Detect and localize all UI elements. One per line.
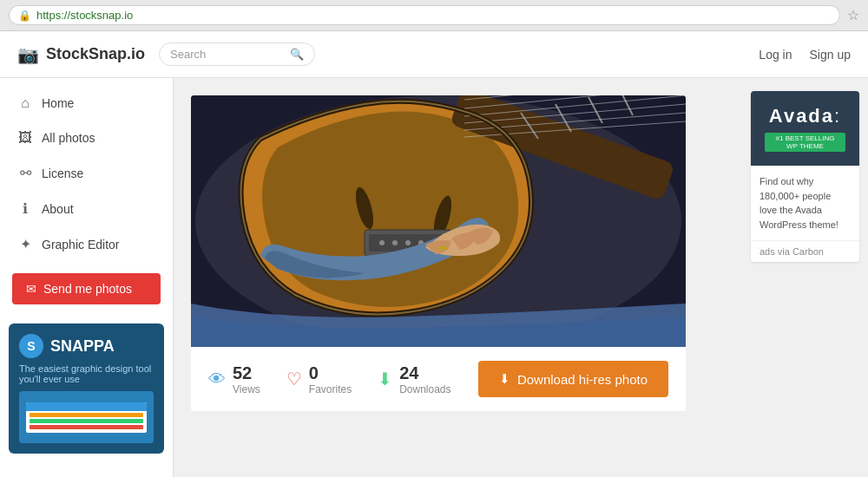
sidebar-item-about[interactable]: ℹ About [0,192,173,225]
snappa-screenshot [19,391,154,443]
avada-ad[interactable]: Avada: #1 BEST SELLING WP THEME Find out… [751,91,859,262]
downloads-count: 24 [399,363,418,382]
url-text: https://stocksnap.io [36,9,133,22]
views-stat: 👁 52 Views [208,363,260,395]
avada-carbon-link[interactable]: ads via Carbon [751,240,859,262]
svg-point-17 [379,240,385,245]
sidebar-item-all-photos[interactable]: 🖼 All photos [0,121,173,154]
license-icon: ⚯ [17,165,33,181]
svg-point-18 [392,240,398,245]
camera-icon: 📷 [17,44,39,65]
photos-icon: 🖼 [17,130,33,146]
sidebar-item-label: All photos [42,131,95,145]
avada-ad-header: Avada: #1 BEST SELLING WP THEME [751,91,859,166]
email-icon: ✉ [26,282,36,296]
download-count-icon: ⬇ [378,369,392,389]
address-bar[interactable]: 🔒 https://stocksnap.io [9,5,840,25]
sidebar-item-label: Home [42,96,74,110]
avada-body: Find out why 180,000+ people love the Av… [751,166,859,240]
snappa-header: S SNAPPA [19,334,154,358]
content-area: 👁 52 Views ♡ 0 Favorites ⬇ 2 [174,78,742,477]
sidebar-item-license[interactable]: ⚯ License [0,156,173,190]
header-auth: Log in Sign up [759,48,851,62]
views-label: Views [233,383,260,395]
right-column: Avada: #1 BEST SELLING WP THEME Find out… [742,78,868,477]
snappa-logo: S [19,334,43,358]
snappa-tagline: The easiest graphic design tool you'll e… [19,363,154,384]
photo-container: 👁 52 Views ♡ 0 Favorites ⬇ 2 [191,95,686,411]
stats-row: 👁 52 Views ♡ 0 Favorites ⬇ 2 [191,347,686,411]
site-header: 📷 StockSnap.io Search 🔍 Log in Sign up [0,31,868,78]
avada-description: Find out why 180,000+ people love the Av… [760,174,851,232]
sidebar-item-label: Graphic Editor [42,238,119,252]
download-label: Download hi-res photo [517,372,648,387]
logo-text: StockSnap.io [46,45,145,63]
favorites-label: Favorites [309,383,352,395]
snappa-name: SNAPPA [50,337,115,356]
info-icon: ℹ [17,200,33,217]
sidebar-item-home[interactable]: ⌂ Home [0,87,173,120]
send-photos-label: Send me photos [43,282,132,296]
search-box[interactable]: Search 🔍 [159,42,315,66]
browser-bar: 🔒 https://stocksnap.io ☆ [0,0,868,31]
svg-point-19 [405,240,411,245]
star-icon: ✦ [17,236,33,252]
svg-rect-23 [438,246,447,250]
favorites-stat: ♡ 0 Favorites [286,363,352,395]
eye-icon: 👁 [208,369,226,389]
home-icon: ⌂ [17,95,33,111]
lock-icon: 🔒 [18,10,31,22]
avada-title: Avada: [765,105,845,127]
bookmark-button[interactable]: ☆ [847,7,859,23]
search-placeholder: Search [170,48,206,61]
search-icon: 🔍 [290,48,304,61]
sidebar-item-label: License [42,167,83,180]
sidebar-item-label: About [42,202,74,216]
main-layout: ⌂ Home 🖼 All photos ⚯ License ℹ About ✦ … [0,78,868,477]
sidebar: ⌂ Home 🖼 All photos ⚯ License ℹ About ✦ … [0,78,174,477]
logo[interactable]: 📷 StockSnap.io [17,44,145,65]
signup-link[interactable]: Sign up [810,48,851,62]
favorites-count: 0 [309,363,319,382]
downloads-label: Downloads [399,383,450,395]
views-count: 52 [233,363,252,382]
send-photos-button[interactable]: ✉ Send me photos [12,273,161,304]
login-link[interactable]: Log in [759,48,792,62]
download-button[interactable]: ⬇ Download hi-res photo [478,361,668,397]
avada-badge: #1 BEST SELLING WP THEME [765,133,845,152]
download-icon: ⬇ [499,371,510,387]
heart-icon: ♡ [286,369,302,389]
guitar-photo [191,95,686,347]
snappa-ad[interactable]: S SNAPPA The easiest graphic design tool… [9,323,164,454]
downloads-stat: ⬇ 24 Downloads [378,363,450,395]
sidebar-item-graphic-editor[interactable]: ✦ Graphic Editor [0,227,173,261]
